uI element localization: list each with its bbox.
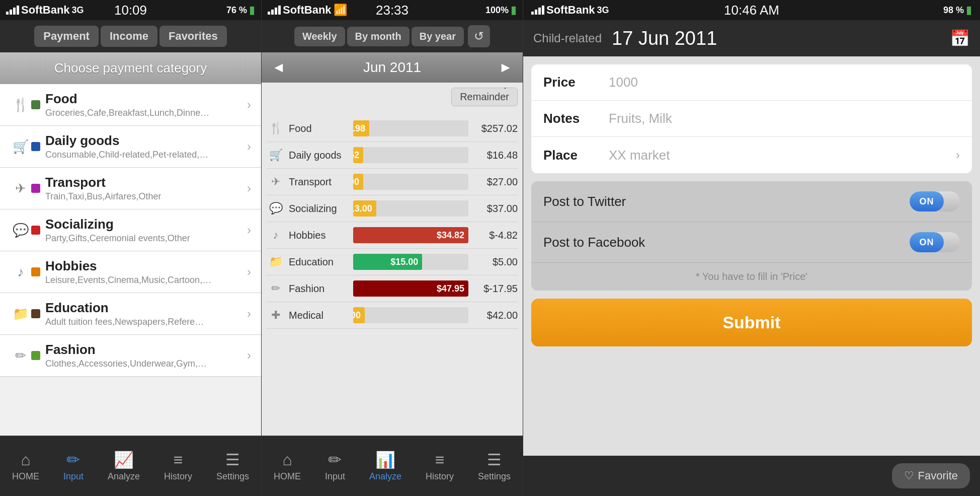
form-row-place[interactable]: Place XX market › xyxy=(531,137,972,173)
category-item-education[interactable]: 📁 Education Adult tuition fees,Newspaper… xyxy=(0,293,261,335)
signal-bars-3 xyxy=(531,6,544,15)
panel-1-payment: SoftBank 3G 10:09 76 % ▮ Payment Income … xyxy=(0,0,262,496)
network-1: 3G xyxy=(72,5,84,16)
wifi-icon-2: 📶 xyxy=(334,4,347,17)
transport-chevron: › xyxy=(247,181,251,195)
category-item-daily[interactable]: 🛒 Daily goods Consumable,Child-related,P… xyxy=(0,126,261,168)
socializing-bar-container: $13.00 xyxy=(353,200,468,217)
analyze-icon-1: 📈 xyxy=(114,450,134,469)
nav-history-2[interactable]: ≡ History xyxy=(421,447,459,486)
nav-analyze-2[interactable]: 📊 Analyze xyxy=(364,446,406,486)
time-1: 10:09 xyxy=(114,3,147,18)
nav-input-1[interactable]: ✏ Input xyxy=(58,446,89,486)
header-category: Child-related xyxy=(533,31,602,45)
socializing-bar: $13.00 xyxy=(353,200,376,217)
carrier-2: SoftBank xyxy=(283,4,332,17)
socializing-total: $37.00 xyxy=(472,203,518,215)
category-item-food[interactable]: 🍴 Food Groceries,Cafe,Breakfast,Lunch,Di… xyxy=(0,84,261,126)
form-row-notes: Notes Fruits, Milk xyxy=(531,101,972,137)
education-chart-label: Education xyxy=(289,256,349,268)
bottom-nav-2: ⌂ HOME ✏ Input 📊 Analyze ≡ History ☰ Set… xyxy=(262,436,523,496)
food-bar-container: $42.98 xyxy=(353,120,468,136)
home-icon-1: ⌂ xyxy=(21,451,30,469)
fashion-info: Fashion Clothes,Accessories,Underwear,Gy… xyxy=(45,342,247,369)
notes-value[interactable]: Fruits, Milk xyxy=(609,111,960,126)
chart-area: ▼ Remainder 🍴 Food $42.98 $257.02 🛒 Dail… xyxy=(262,83,523,436)
signal-bar-1 xyxy=(6,12,9,15)
food-info: Food Groceries,Cafe,Breakfast,Lunch,Dinn… xyxy=(45,91,247,118)
hobbies-bar-container: $34.82 xyxy=(353,227,468,243)
tab-payment[interactable]: Payment xyxy=(34,26,99,47)
remainder-button[interactable]: ▼ Remainder xyxy=(451,88,518,106)
battery-icon-3: ▮ xyxy=(966,4,972,17)
place-chevron: › xyxy=(956,148,960,162)
tab-income[interactable]: Income xyxy=(101,26,157,47)
twitter-toggle-on: ON xyxy=(910,191,944,211)
twitter-label: Post to Twitter xyxy=(543,194,910,209)
fashion-chart-icon: ✏ xyxy=(267,282,285,295)
refresh-button[interactable]: ↺ xyxy=(468,25,490,47)
input-icon-2: ✏ xyxy=(328,450,342,469)
input-label-1: Input xyxy=(63,471,84,482)
submit-button[interactable]: Submit xyxy=(531,299,972,346)
transport-total: $27.00 xyxy=(472,176,518,188)
section-header-1: Choose payment category xyxy=(0,52,261,84)
history-icon-2: ≡ xyxy=(435,451,445,469)
calendar-icon[interactable]: 📅 xyxy=(950,29,970,48)
education-chevron: › xyxy=(247,307,251,321)
chart-row-daily: 🛒 Daily goods $3.52 $16.48 xyxy=(267,142,518,169)
price-value[interactable]: 1000 xyxy=(609,75,960,90)
category-item-hobbies[interactable]: ♪ Hobbies Leisure,Events,Cinema,Music,Ca… xyxy=(0,251,261,293)
favorite-button[interactable]: ♡ Favorite xyxy=(892,463,970,488)
socializing-chevron: › xyxy=(247,223,251,237)
daily-chart-label: Daily goods xyxy=(289,150,349,161)
chart-row-hobbies: ♪ Hobbies $34.82 $-4.82 xyxy=(267,222,518,249)
right-header: Child-related 17 Jun 2011 📅 xyxy=(523,20,980,56)
food-color xyxy=(31,100,40,109)
home-label-2: HOME xyxy=(274,471,301,482)
category-item-socializing[interactable]: 💬 Socializing Party,Gifts,Ceremonial eve… xyxy=(0,209,261,251)
category-item-fashion[interactable]: ✏ Fashion Clothes,Accessories,Underwear,… xyxy=(0,335,261,377)
transport-bar: $3.00 xyxy=(353,174,363,190)
food-bar: $42.98 xyxy=(353,120,369,136)
price-label: Price xyxy=(543,75,609,90)
prev-month-arrow[interactable]: ◄ xyxy=(272,59,286,76)
social-row-facebook: Post to Facebook ON xyxy=(531,222,972,263)
nav-settings-1[interactable]: ☰ Settings xyxy=(211,446,254,486)
transport-chart-label: Transport xyxy=(289,176,349,188)
nav-home-1[interactable]: ⌂ HOME xyxy=(7,447,44,486)
history-label-2: History xyxy=(426,471,454,482)
battery-icon-1: ▮ xyxy=(249,4,255,17)
facebook-toggle[interactable]: ON xyxy=(910,232,960,252)
btn-weekly[interactable]: Weekly xyxy=(294,27,345,46)
education-bar: $15.00 xyxy=(353,254,422,270)
time-2: 23:33 xyxy=(376,3,409,18)
medical-chart-icon: ✚ xyxy=(267,309,285,322)
education-bar-container: $15.00 xyxy=(353,254,468,270)
next-month-arrow[interactable]: ► xyxy=(499,59,513,76)
tab-favorites[interactable]: Favorites xyxy=(159,26,227,47)
header-date: 17 Jun 2011 xyxy=(612,28,940,49)
food-total: $257.02 xyxy=(472,123,518,134)
nav-home-2[interactable]: ⌂ HOME xyxy=(269,447,306,486)
socializing-chart-icon: 💬 xyxy=(267,202,285,215)
transport-info: Transport Train,Taxi,Bus,Airfares,Other xyxy=(45,175,247,202)
bottom-bar-3: ♡ Favorite xyxy=(523,456,980,496)
nav-settings-2[interactable]: ☰ Settings xyxy=(473,446,516,486)
btn-by-year[interactable]: By year xyxy=(412,27,464,46)
analyze-label-1: Analyze xyxy=(108,471,140,482)
btn-by-month[interactable]: By month xyxy=(347,27,410,46)
nav-analyze-1[interactable]: 📈 Analyze xyxy=(103,446,145,486)
month-nav: ◄ Jun 2011 ► xyxy=(262,52,523,83)
status-right-1: 76 % ▮ xyxy=(226,4,255,17)
nav-history-1[interactable]: ≡ History xyxy=(159,447,197,486)
settings-icon-1: ☰ xyxy=(225,450,240,469)
status-right-3: 98 % ▮ xyxy=(943,4,972,17)
chart-row-fashion: ✏ Fashion $47.95 $-17.95 xyxy=(267,275,518,302)
nav-input-2[interactable]: ✏ Input xyxy=(320,446,350,486)
section-header-text: Choose payment category xyxy=(54,60,207,76)
education-info: Education Adult tuition fees,Newspapers,… xyxy=(45,300,247,327)
twitter-toggle[interactable]: ON xyxy=(910,191,960,211)
category-item-transport[interactable]: ✈ Transport Train,Taxi,Bus,Airfares,Othe… xyxy=(0,168,261,209)
settings-icon-2: ☰ xyxy=(487,450,502,469)
